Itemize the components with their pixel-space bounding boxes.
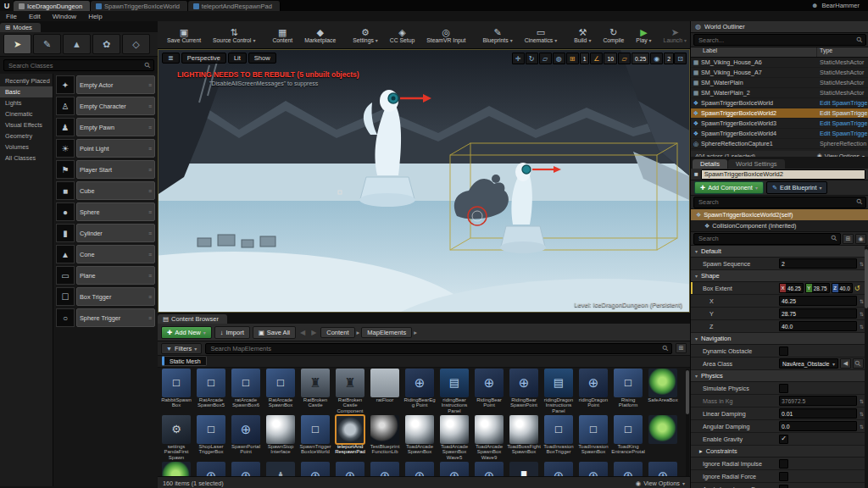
select-mode-button[interactable]: ➤	[3, 34, 31, 54]
import-button[interactable]: ↓ Import	[214, 326, 250, 339]
scale-snap-value[interactable]: 0.25	[632, 53, 649, 64]
save-all-button[interactable]: ▣ Save All	[253, 326, 296, 339]
asset-tile[interactable]: ⊕	[194, 462, 228, 476]
world-space-icon[interactable]: ◍	[553, 53, 565, 64]
asset-tile[interactable]: ⊕	[646, 462, 680, 476]
placeable-item-cylinder[interactable]: ▮Cylinder≡	[56, 224, 155, 242]
outliner-row-sm-waterplain[interactable]: ▦SM_WaterPlainStaticMeshActor	[691, 78, 868, 88]
lock-browser-icon[interactable]: ⊞	[676, 343, 687, 353]
stepper-icon[interactable]: ⇅	[860, 261, 864, 267]
actor-type-link[interactable]: Edit SpawnTrigge	[820, 99, 868, 107]
outliner-row-sm-viking-house-a6[interactable]: ▦SM_Viking_House_A6StaticMeshActor	[691, 58, 868, 68]
checkbox[interactable]	[779, 384, 788, 393]
details-scrollbar[interactable]	[865, 246, 868, 488]
stepper-icon[interactable]: ⇅	[860, 411, 864, 417]
lit-button[interactable]: Lit	[228, 53, 247, 64]
component-collisioncomponent-inherited[interactable]: ❖CollisionComponent (Inherited)	[691, 220, 868, 231]
viewport[interactable]: ≣ Perspective Lit Show ✛ ↻ ▱ ◍ ⊞ 1 ∠	[158, 49, 690, 313]
asset-tile-toadarcade-spawnbox-wave5[interactable]: ToadArcade SpawnBox Wave5	[437, 415, 471, 460]
rotate-tool-icon[interactable]: ↻	[526, 53, 538, 64]
asset-tile[interactable]	[646, 415, 680, 460]
stepper-icon[interactable]: ⇅	[860, 298, 864, 304]
asset-tile[interactable]: ⊕	[368, 462, 402, 476]
value-input[interactable]: 28.75	[779, 308, 857, 319]
asset-tile-rising-platform[interactable]: □Rising Platform	[611, 369, 645, 413]
content-search[interactable]: ⚲	[205, 343, 672, 354]
modes-search-input[interactable]	[7, 61, 145, 70]
content-search-input[interactable]	[209, 344, 663, 353]
component-search-input[interactable]	[697, 197, 857, 207]
value-input[interactable]: 0.01	[779, 408, 857, 419]
asset-tile-toadinvasion-boxtrigger[interactable]: □ToadInvasion BoxTrigger	[542, 415, 576, 460]
asset-tile-ridingdragon-point[interactable]: ⊕ridingDragon Point	[576, 369, 610, 413]
menu-help[interactable]: Help	[82, 13, 108, 20]
placeable-item-empty-pawn[interactable]: ♟Empty Pawn≡	[56, 118, 155, 136]
checkbox[interactable]	[779, 472, 788, 481]
paint-mode-button[interactable]: ✎	[33, 34, 61, 54]
menu-window[interactable]: Window	[47, 13, 82, 20]
asset-tile-toadinvasion-spawnbox[interactable]: □ToadInvasion SpawnBox	[576, 415, 610, 460]
property-search[interactable]: ⚲	[693, 233, 841, 245]
axis-x-chip[interactable]: X46.25	[779, 283, 804, 293]
type-column-header[interactable]: Type	[817, 47, 868, 57]
breadcrumb-content[interactable]: Content	[320, 327, 354, 338]
axis-y-chip[interactable]: Y28.75	[805, 283, 830, 293]
menu-edit[interactable]: Edit	[23, 13, 47, 20]
category-lights[interactable]: Lights	[0, 97, 53, 108]
placeable-item-plane[interactable]: ▭Plane≡	[56, 266, 155, 285]
outliner-row-spherereflectioncapture2[interactable]: ◎SphereReflectionCapture2SphereReflectio…	[691, 149, 868, 151]
asset-tile[interactable]: ⊕	[611, 462, 645, 476]
outliner-row-sm-viking-house-a7[interactable]: ▦SM_Viking_House_A7StaticMeshActor	[691, 68, 868, 78]
asset-grid-scrollbar[interactable]	[686, 369, 689, 476]
settings-button[interactable]: ⚙Settings▾	[347, 22, 384, 47]
launch-button[interactable]: ➤Launch▾	[658, 22, 693, 47]
cinematics-button[interactable]: ▭Cinematics▾	[519, 22, 564, 47]
placeable-item-box-trigger[interactable]: ☐Box Trigger≡	[56, 287, 155, 306]
scale-snap-icon[interactable]: ▱	[618, 53, 631, 64]
placeable-item-sphere-trigger[interactable]: ○Sphere Trigger≡	[56, 308, 155, 327]
label-column-header[interactable]: Label	[691, 47, 817, 57]
component-search[interactable]: ⚲	[693, 197, 866, 208]
checkbox[interactable]	[779, 485, 788, 488]
tab-details[interactable]: Details	[693, 159, 727, 169]
subsection-constraints[interactable]: ▸Constraints	[691, 446, 868, 458]
marketplace-button[interactable]: ◆Marketplace	[298, 22, 342, 47]
property-matrix-icon[interactable]: ⊞	[843, 234, 854, 244]
asset-tile-ridingbear-point[interactable]: ⊕RidingBear Point	[472, 369, 506, 413]
build-button[interactable]: ⚒Build▾	[568, 22, 597, 47]
category-all-classes[interactable]: All Classes	[0, 152, 53, 164]
play-button[interactable]: ▶Play▾	[630, 22, 657, 47]
forward-icon[interactable]: ▶	[309, 329, 318, 336]
asset-tile[interactable]: ♟	[264, 462, 298, 476]
category-recently-placed[interactable]: Recently Placed	[0, 75, 53, 86]
outliner-row-spawntriggerboxiceworld4[interactable]: ❖SpawnTriggerBoxIceWorld4Edit SpawnTrigg…	[691, 129, 868, 139]
back-icon[interactable]: ◀	[298, 329, 307, 336]
reset-to-default-icon[interactable]: ↺	[854, 285, 860, 292]
placeable-item-empty-actor[interactable]: ✦Empty Actor≡	[56, 75, 155, 94]
asset-tile-ridingdragon-instructions-panel[interactable]: ▤ridingDragon Instructions Panel	[542, 369, 576, 413]
stepper-icon[interactable]: ⇅	[860, 324, 864, 330]
asset-tile[interactable]: ⊕	[576, 462, 610, 476]
placeable-item-empty-character[interactable]: ♙Empty Character≡	[56, 97, 155, 115]
dropdown-area-class[interactable]: NavArea_Obstacle▾	[779, 358, 838, 369]
save-current-button[interactable]: ▣Save Current	[161, 22, 207, 47]
view-options-button[interactable]: ◉ View Options ▾	[636, 480, 685, 487]
placeable-item-cone[interactable]: ▲Cone≡	[56, 245, 155, 263]
asset-tile-teleportand-respawnpad[interactable]: teleportAnd RespawnPad	[333, 415, 367, 460]
section-default[interactable]: ▾Default	[691, 246, 868, 258]
asset-tile-ratarcade-spawnbox5[interactable]: □RatArcade SpawnBox5	[194, 369, 228, 413]
perspective-button[interactable]: Perspective	[181, 53, 226, 64]
outliner-search[interactable]: ⚲	[693, 34, 866, 46]
geometry-mode-button[interactable]: ◇	[122, 34, 150, 54]
outliner-row-spawntriggerboxiceworld2[interactable]: ❖SpawnTriggerBoxIceWorld2Edit SpawnTrigg…	[691, 108, 868, 119]
value-input[interactable]: 376972.5	[779, 396, 857, 406]
asset-tile-toadbossfight-spawnbox[interactable]: ToadBossFight SpawnBox	[507, 415, 541, 460]
browse-icon[interactable]: ⚲	[853, 358, 864, 369]
value-input[interactable]: 40.0	[779, 321, 857, 331]
section-physics[interactable]: ▾Physics	[691, 370, 868, 382]
asset-tile-toadking-entranceprotal[interactable]: □ToadKing EntranceProtal	[611, 415, 645, 460]
actor-type-link[interactable]: Edit SpawnTrigge	[820, 109, 868, 117]
actor-name-field[interactable]: SpawnTriggerBoxIceWorld2	[701, 169, 865, 180]
steamvr-input-button[interactable]: ◎SteamVR Input	[420, 22, 471, 47]
compile-button[interactable]: ↻Compile	[597, 22, 630, 47]
